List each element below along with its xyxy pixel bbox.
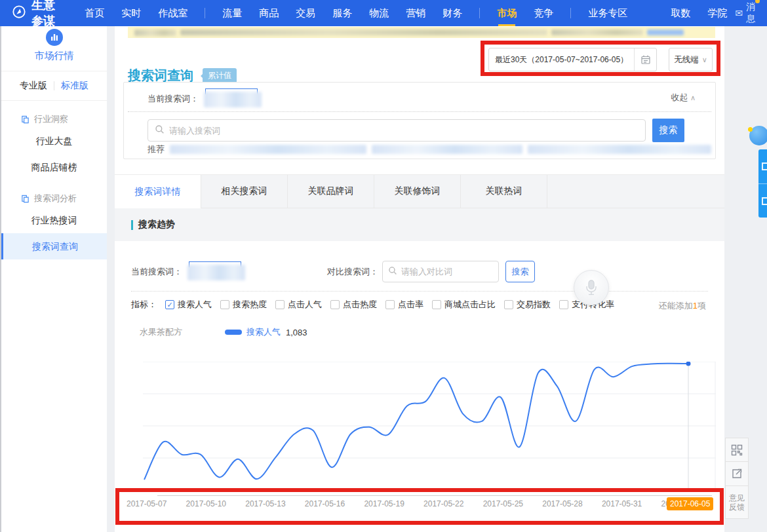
nav-item-11[interactable]: 竞争 bbox=[534, 7, 553, 20]
assistant-mascot-icon[interactable] bbox=[749, 126, 767, 145]
sidebar-item-4[interactable]: 行业热搜词 bbox=[1, 207, 107, 233]
datazoom-slider[interactable] bbox=[157, 495, 712, 496]
x-tick-5: 2017-05-22 bbox=[423, 499, 463, 508]
nav-item-2[interactable]: 作战室 bbox=[158, 7, 187, 20]
trend-current-term-chip[interactable] bbox=[187, 263, 245, 280]
checkbox-icon[interactable] bbox=[385, 300, 395, 309]
nav-item-6[interactable]: 服务 bbox=[332, 7, 352, 20]
metric-checkbox-1[interactable]: 搜索热度 bbox=[220, 299, 267, 311]
divider bbox=[1, 100, 107, 101]
nav-item-8[interactable]: 营销 bbox=[406, 7, 425, 20]
metric-label: 点击率 bbox=[398, 299, 423, 311]
tab-1[interactable]: 相关搜索词 bbox=[201, 175, 288, 208]
nav-item-5[interactable]: 交易 bbox=[296, 7, 315, 20]
nav-item-13[interactable]: 取数 bbox=[671, 7, 690, 20]
metric-checkbox-4[interactable]: 点击率 bbox=[385, 299, 423, 311]
search-icon bbox=[388, 266, 397, 277]
market-chart-icon bbox=[46, 29, 63, 46]
metric-checkbox-3[interactable]: 点击热度 bbox=[330, 299, 377, 311]
divider bbox=[570, 8, 571, 18]
sidebar-header: 市场行情 bbox=[1, 26, 107, 71]
keyword-input[interactable] bbox=[169, 126, 639, 136]
checkbox-icon[interactable] bbox=[504, 300, 513, 309]
checkbox-icon[interactable] bbox=[559, 300, 568, 309]
divider bbox=[54, 81, 54, 90]
censored-text bbox=[528, 145, 711, 154]
panel-item-2[interactable] bbox=[758, 183, 767, 218]
feedback-button[interactable]: 意见 反馈 bbox=[725, 486, 749, 519]
panel-item-1[interactable] bbox=[758, 149, 767, 183]
nav-item-4[interactable]: 商品 bbox=[259, 7, 279, 20]
sidebar-item-5[interactable]: 搜索词查询 bbox=[1, 233, 107, 259]
terminal-value: 无线端 bbox=[674, 54, 699, 66]
checkbox-icon[interactable] bbox=[275, 300, 285, 309]
censored-text bbox=[134, 29, 176, 36]
qr-code-button[interactable] bbox=[725, 438, 749, 462]
calendar-icon[interactable] bbox=[634, 48, 656, 71]
nav-item-7[interactable]: 物流 bbox=[369, 7, 389, 20]
collapse-toggle[interactable]: 收起 ∧ bbox=[671, 92, 696, 104]
censored-link[interactable] bbox=[647, 29, 684, 35]
microphone-button[interactable] bbox=[574, 270, 609, 305]
nav-item-10[interactable]: 市场 bbox=[497, 7, 517, 20]
nav-item-0[interactable]: 首页 bbox=[85, 7, 104, 20]
floating-side-panel[interactable] bbox=[758, 149, 767, 218]
version-tab-pro[interactable]: 专业版 bbox=[20, 80, 47, 92]
metric-checkbox-2[interactable]: 点击人气 bbox=[275, 299, 322, 311]
search-button[interactable]: 搜索 bbox=[652, 119, 684, 142]
nav-item-14[interactable]: 学院 bbox=[707, 7, 727, 20]
censored-text bbox=[180, 29, 547, 35]
compare-search-button[interactable]: 搜索 bbox=[505, 261, 535, 282]
notice-banner bbox=[128, 27, 715, 38]
side-toolbar: 意见 反馈 bbox=[725, 438, 749, 519]
add-metric-count: 1 bbox=[693, 301, 698, 311]
metric-label: 交易指数 bbox=[517, 299, 551, 311]
legend-term: 水果茶配方 bbox=[140, 326, 225, 338]
brand[interactable]: 生意参谋 bbox=[12, 0, 57, 29]
metric-checkbox-6[interactable]: 交易指数 bbox=[504, 299, 551, 311]
chevron-up-icon: ∧ bbox=[690, 94, 696, 102]
version-tab-standard[interactable]: 标准版 bbox=[61, 80, 88, 92]
sidebar-menu: 行业洞察行业大盘商品店铺榜搜索词分析行业热搜词搜索词查询 bbox=[1, 111, 107, 259]
sidebar-group-3[interactable]: 搜索词分析 bbox=[1, 190, 107, 207]
nav-message[interactable]: ✉ 消息 bbox=[735, 1, 755, 25]
nav-items: 首页实时作战室流量商品交易服务物流营销财务市场竞争业务专区取数学院 bbox=[85, 7, 727, 20]
trend-chart[interactable] bbox=[143, 362, 716, 490]
compare-input[interactable] bbox=[401, 267, 480, 276]
nav-item-3[interactable]: 流量 bbox=[222, 7, 242, 20]
current-term-chip[interactable] bbox=[204, 90, 262, 107]
date-range-picker[interactable]: 最近30天（2017-05-07~2017-06-05） bbox=[488, 48, 657, 71]
x-tick-0: 2017-05-07 bbox=[127, 499, 167, 508]
compare-input-wrap bbox=[382, 261, 499, 282]
x-tick-6: 2017-05-25 bbox=[483, 499, 523, 508]
checkbox-icon[interactable] bbox=[220, 300, 229, 309]
metric-checkbox-0[interactable]: ✓搜索人气 bbox=[165, 299, 212, 311]
checkbox-icon[interactable] bbox=[330, 300, 340, 309]
tab-4[interactable]: 关联热词 bbox=[461, 175, 547, 208]
divider bbox=[131, 291, 708, 292]
tab-2[interactable]: 关联品牌词 bbox=[288, 175, 374, 208]
nav-item-9[interactable]: 财务 bbox=[442, 7, 462, 20]
compare-label: 对比搜索词： bbox=[327, 266, 378, 278]
legend-metric-name[interactable]: 搜索人气 bbox=[246, 326, 281, 338]
tab-0[interactable]: 搜索词详情 bbox=[115, 175, 201, 208]
x-tick-4: 2017-05-19 bbox=[364, 499, 404, 508]
tab-3[interactable]: 关联修饰词 bbox=[374, 175, 461, 208]
top-nav: 生意参谋 首页实时作战室流量商品交易服务物流营销财务市场竞争业务专区取数学院 ✉… bbox=[0, 0, 767, 26]
censored-text bbox=[551, 29, 643, 35]
current-term-label: 当前搜索词： bbox=[148, 93, 199, 105]
checkbox-icon[interactable] bbox=[432, 300, 441, 309]
axis-highlight-label: 2017-06-05 bbox=[667, 497, 713, 510]
share-button[interactable] bbox=[725, 462, 749, 486]
trend-chart-area[interactable] bbox=[143, 362, 716, 490]
sidebar-item-2[interactable]: 商品店铺榜 bbox=[1, 154, 107, 180]
legend-line-icon[interactable] bbox=[225, 330, 242, 335]
nav-item-1[interactable]: 实时 bbox=[121, 7, 141, 20]
x-tick-3: 2017-05-16 bbox=[305, 499, 345, 508]
sidebar-item-1[interactable]: 行业大盘 bbox=[1, 128, 107, 154]
metric-checkbox-5[interactable]: 商城点击占比 bbox=[432, 299, 496, 311]
terminal-select[interactable]: 无线端 ∨ bbox=[669, 48, 713, 71]
checkbox-checked-icon[interactable]: ✓ bbox=[165, 300, 174, 309]
sidebar-group-0[interactable]: 行业洞察 bbox=[1, 111, 107, 128]
nav-item-12[interactable]: 业务专区 bbox=[588, 7, 627, 20]
